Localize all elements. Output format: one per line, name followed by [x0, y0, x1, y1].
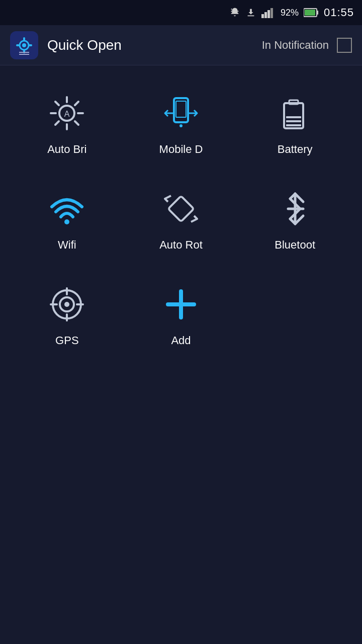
mobile-data-item[interactable]: Mobile D — [124, 80, 238, 166]
auto-brightness-label: Auto Bri — [47, 143, 86, 156]
add-item[interactable]: Add — [124, 272, 238, 357]
battery-label: Battery — [278, 143, 313, 156]
svg-rect-5 — [317, 11, 318, 15]
gps-label: GPS — [55, 334, 78, 347]
wifi-item[interactable]: Wifi — [10, 176, 124, 262]
svg-point-29 — [179, 124, 183, 127]
battery-status-icon — [304, 8, 319, 18]
bluetooth-icon — [273, 186, 318, 231]
alarm-icon — [229, 7, 240, 18]
svg-point-8 — [22, 43, 26, 47]
add-label: Add — [171, 334, 191, 347]
bluetooth-label: Bluetoot — [275, 238, 315, 252]
svg-point-35 — [64, 219, 69, 224]
svg-rect-36 — [168, 196, 194, 222]
gps-item[interactable]: GPS — [10, 272, 124, 357]
svg-line-24 — [55, 121, 59, 125]
svg-line-23 — [75, 102, 78, 105]
auto-rotate-icon — [158, 186, 204, 231]
svg-rect-1 — [264, 12, 267, 18]
gps-icon — [44, 282, 89, 327]
app-header: Quick Open In Notification — [0, 25, 362, 65]
wifi-label: Wifi — [58, 238, 76, 252]
svg-line-22 — [75, 121, 78, 125]
notification-checkbox[interactable] — [337, 38, 352, 53]
svg-rect-26 — [176, 101, 186, 117]
svg-rect-12 — [29, 44, 32, 46]
battery-item[interactable]: Battery — [238, 80, 352, 166]
svg-rect-11 — [16, 44, 20, 46]
auto-brightness-icon: A — [44, 91, 89, 136]
svg-rect-9 — [23, 37, 25, 41]
battery-grid-icon — [273, 91, 318, 136]
svg-rect-34 — [286, 124, 301, 126]
auto-rotate-item[interactable]: Auto Rot — [124, 176, 238, 262]
svg-text:A: A — [64, 110, 70, 118]
auto-rotate-label: Auto Rot — [159, 238, 203, 252]
svg-rect-33 — [286, 120, 301, 122]
svg-point-43 — [64, 302, 69, 307]
app-icon — [10, 31, 38, 59]
status-bar: 92% 01:55 — [0, 0, 362, 25]
mobile-data-icon — [158, 91, 204, 136]
svg-rect-32 — [286, 116, 301, 118]
svg-rect-0 — [261, 14, 264, 18]
auto-brightness-item[interactable]: A Auto Bri — [10, 80, 124, 166]
app-title: Quick Open — [47, 37, 262, 53]
svg-rect-3 — [270, 8, 273, 18]
mobile-data-label: Mobile D — [159, 143, 203, 156]
svg-line-21 — [55, 102, 59, 105]
in-notification-label: In Notification — [262, 39, 329, 52]
battery-percentage: 92% — [281, 8, 299, 18]
status-time: 01:55 — [324, 6, 354, 19]
bluetooth-item[interactable]: Bluetoot — [238, 176, 352, 262]
signal-icon — [261, 7, 276, 18]
quick-toggle-grid: A Auto Bri — [0, 65, 362, 372]
add-icon — [158, 282, 204, 327]
download-status-icon — [245, 7, 256, 18]
wifi-icon — [44, 186, 89, 231]
svg-rect-2 — [267, 10, 270, 18]
svg-rect-6 — [305, 10, 315, 16]
